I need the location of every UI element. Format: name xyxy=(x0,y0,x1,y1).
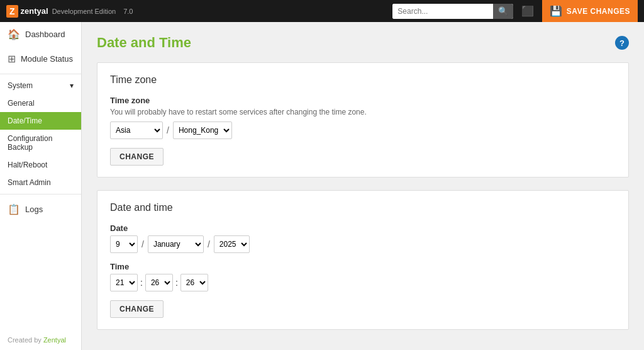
brand-logo: Z zentyal Development Edition 7.0 xyxy=(6,5,133,18)
search-input[interactable] xyxy=(392,4,493,19)
brand-version: 7.0 xyxy=(123,8,133,15)
profile-icon-button[interactable]: ⬛ xyxy=(518,5,537,17)
dashboard-icon: 🏠 xyxy=(8,28,20,40)
month-select[interactable]: January FebruaryMarchApril MayJuneJuly A… xyxy=(148,235,204,253)
hour-select[interactable]: 0123 4567 891011 12131415 16171819 20212… xyxy=(110,274,138,291)
main-content: Date and Time ? Time zone Time zone You … xyxy=(82,22,644,350)
datetime-card: Date and time Date 9 1234 5678 10111213 … xyxy=(97,190,629,330)
hour-colon: : xyxy=(140,278,143,288)
search-button[interactable]: 🔍 xyxy=(493,4,513,19)
general-label: General xyxy=(8,99,35,108)
module-status-icon: ⊞ xyxy=(8,53,16,65)
sidebar-system-item[interactable]: System ▾ xyxy=(0,77,81,94)
smart-admin-label: Smart Admin xyxy=(8,178,51,187)
region-select[interactable]: Africa America Antarctica Arctic Asia At… xyxy=(110,121,163,139)
sidebar-item-datetime[interactable]: Date/Time xyxy=(0,112,81,130)
sidebar: 🏠 Dashboard ⊞ Module Status System ▾ Gen… xyxy=(0,22,82,350)
brand-name: zentyal xyxy=(21,6,48,16)
sidebar-divider-2 xyxy=(0,194,81,195)
save-changes-button[interactable]: 💾 SAVE CHANGES xyxy=(542,0,638,22)
second-select[interactable]: 0123 4567 891011 12131415 16171819 20212… xyxy=(180,274,208,291)
page-title: Date and Time xyxy=(97,35,191,51)
brand-edition: Development Edition xyxy=(52,8,116,15)
config-backup-label: Configuration Backup xyxy=(8,134,52,152)
year-select[interactable]: 2025 202420232026 xyxy=(214,235,250,253)
logs-label: Logs xyxy=(25,205,43,214)
sidebar-item-logs[interactable]: 📋 Logs xyxy=(0,197,81,222)
save-icon: 💾 xyxy=(550,5,563,17)
datetime-label: Date/Time xyxy=(8,116,42,125)
timezone-field-hint: You will probably have to restart some s… xyxy=(110,108,616,116)
time-field-row: 0123 4567 891011 12131415 16171819 20212… xyxy=(110,274,616,291)
day-separator: / xyxy=(142,239,144,249)
minute-colon: : xyxy=(175,278,178,288)
timezone-field-label: Time zone xyxy=(110,96,616,105)
sidebar-item-smart-admin[interactable]: Smart Admin xyxy=(0,174,81,191)
logo-icon: Z xyxy=(6,5,18,18)
sidebar-footer: Created by Zentyal xyxy=(0,330,81,350)
sidebar-divider xyxy=(0,74,81,74)
sidebar-label-dashboard: Dashboard xyxy=(25,30,65,39)
chevron-down-icon: ▾ xyxy=(70,81,74,90)
sidebar-item-dashboard[interactable]: 🏠 Dashboard xyxy=(0,22,81,47)
date-field-label: Date xyxy=(110,223,616,233)
timezone-field-row: Africa America Antarctica Arctic Asia At… xyxy=(110,121,616,139)
sidebar-label-module-status: Module Status xyxy=(21,54,73,64)
save-changes-label: SAVE CHANGES xyxy=(567,7,630,16)
sidebar-item-halt-reboot[interactable]: Halt/Reboot xyxy=(0,156,81,174)
month-separator: / xyxy=(208,239,210,249)
zone-select[interactable]: Hong_Kong Almaty Bangkok Dhaka Dubai Jak… xyxy=(173,121,232,139)
sidebar-item-module-status[interactable]: ⊞ Module Status xyxy=(0,47,81,71)
date-field-row: 9 1234 5678 10111213 14151617 18192021 2… xyxy=(110,235,616,253)
search-box: 🔍 xyxy=(392,4,513,19)
timezone-change-button[interactable]: CHANGE xyxy=(110,148,164,166)
system-label: System xyxy=(8,81,33,90)
top-navigation: Z zentyal Development Edition 7.0 🔍 ⬛ 💾 … xyxy=(0,0,644,22)
sidebar-item-config-backup[interactable]: Configuration Backup xyxy=(0,130,81,156)
logs-icon: 📋 xyxy=(8,203,20,215)
zentyal-logo: Z zentyal xyxy=(6,5,48,18)
sidebar-item-general[interactable]: General xyxy=(0,94,81,112)
minute-select[interactable]: 0123 4567 891011 12131415 16171819 20212… xyxy=(145,274,173,291)
timezone-card: Time zone Time zone You will probably ha… xyxy=(97,62,629,178)
page-header: Date and Time ? xyxy=(97,35,629,51)
created-by-text: Created by xyxy=(8,336,42,344)
time-field-label: Time xyxy=(110,262,616,271)
timezone-separator: / xyxy=(167,125,169,135)
timezone-card-title: Time zone xyxy=(110,74,616,86)
help-button[interactable]: ? xyxy=(615,36,629,50)
zentyal-link[interactable]: Zentyal xyxy=(43,336,66,344)
halt-reboot-label: Halt/Reboot xyxy=(8,161,47,169)
datetime-change-button[interactable]: CHANGE xyxy=(110,300,164,318)
day-select[interactable]: 9 1234 5678 10111213 14151617 18192021 2… xyxy=(110,235,138,253)
datetime-card-title: Date and time xyxy=(110,202,616,213)
